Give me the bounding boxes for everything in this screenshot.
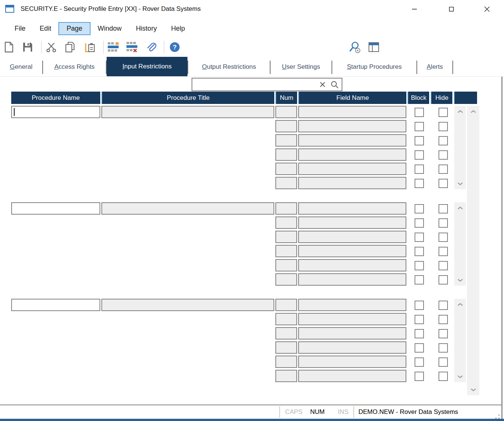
hide-checkbox[interactable] [439, 136, 448, 145]
tab-input-restrictions[interactable]: Input Restrictions [107, 57, 187, 76]
hide-checkbox[interactable] [439, 150, 448, 160]
text-cursor [14, 108, 15, 116]
paste-icon [84, 42, 96, 53]
hide-checkbox[interactable] [439, 122, 448, 131]
scroll-down-icon[interactable] [454, 275, 466, 285]
page-scrollbar[interactable] [467, 106, 479, 395]
hide-checkbox[interactable] [439, 372, 448, 381]
tab-general[interactable]: General [0, 58, 42, 76]
procedure-name-input[interactable] [11, 202, 100, 215]
field-name-field [298, 177, 406, 189]
block-checkbox[interactable] [415, 275, 424, 285]
menu-edit[interactable]: Edit [33, 22, 58, 35]
toolbar-separator [103, 41, 104, 53]
block-checkbox[interactable] [415, 165, 424, 174]
group-scrollbar[interactable] [454, 299, 466, 382]
menu-history[interactable]: History [129, 22, 164, 35]
scroll-up-icon[interactable] [454, 203, 466, 213]
menu-file[interactable]: File [7, 22, 33, 35]
block-checkbox[interactable] [415, 150, 424, 160]
hide-checkbox[interactable] [439, 343, 448, 353]
find-record-button[interactable] [347, 37, 362, 57]
scroll-up-icon[interactable] [454, 107, 466, 116]
hide-checkbox[interactable] [439, 179, 448, 188]
tab-output-restrictions[interactable]: Output Restrictions [188, 58, 270, 76]
window-bottom-border [0, 419, 504, 421]
num-field [275, 313, 297, 325]
minimize-icon [412, 9, 417, 10]
hide-checkbox[interactable] [439, 218, 448, 228]
statusbar-separator [280, 406, 280, 418]
block-checkbox[interactable] [415, 329, 424, 338]
tab-alerts[interactable]: Alerts [417, 58, 452, 76]
block-checkbox[interactable] [415, 218, 424, 228]
caps-indicator: CAPS [285, 405, 302, 419]
menu-page[interactable]: Page [58, 22, 91, 35]
block-checkbox[interactable] [415, 247, 424, 256]
hide-checkbox[interactable] [439, 204, 448, 213]
scroll-down-icon[interactable] [467, 385, 479, 394]
block-checkbox[interactable] [415, 122, 424, 131]
insert-row-button[interactable] [107, 37, 120, 57]
save-icon [22, 42, 33, 52]
split-layout-button[interactable] [367, 37, 380, 57]
group-scrollbar[interactable] [454, 202, 466, 286]
minimize-button[interactable] [406, 0, 423, 18]
maximize-button[interactable] [443, 0, 460, 18]
menu-help[interactable]: Help [164, 22, 192, 35]
tab-access-rights[interactable]: Access Rights [43, 58, 106, 76]
attachment-button[interactable] [145, 37, 158, 57]
hide-checkbox[interactable] [439, 315, 448, 324]
procedure-name-input[interactable] [11, 299, 100, 311]
num-field [275, 259, 297, 271]
hide-checkbox[interactable] [439, 247, 448, 256]
menu-bar: File Edit Page Window History Help [0, 19, 504, 37]
procedure-title-field [101, 202, 274, 215]
block-checkbox[interactable] [415, 136, 424, 145]
hide-checkbox[interactable] [439, 233, 448, 242]
tab-user-settings[interactable]: User Settings [271, 58, 332, 76]
save-button[interactable] [22, 37, 34, 57]
menu-window[interactable]: Window [91, 22, 129, 35]
scroll-up-icon[interactable] [467, 107, 479, 116]
hide-checkbox[interactable] [439, 275, 448, 285]
header-hide: Hide [431, 92, 452, 104]
paste-button[interactable] [83, 37, 97, 57]
search-input[interactable] [194, 79, 317, 90]
procedure-name-input[interactable] [11, 106, 100, 118]
resize-grip[interactable] [498, 415, 500, 416]
block-checkbox[interactable] [415, 315, 424, 324]
group-scrollbar[interactable] [454, 106, 466, 189]
field-name-field [298, 370, 406, 382]
block-checkbox[interactable] [415, 261, 424, 270]
search-icon[interactable] [331, 79, 339, 90]
copy-button[interactable] [64, 37, 76, 57]
hide-checkbox[interactable] [439, 108, 448, 117]
insert-row-icon [108, 42, 119, 52]
hide-checkbox[interactable] [439, 329, 448, 338]
clear-search-icon[interactable] [320, 79, 325, 90]
scroll-up-icon[interactable] [454, 299, 466, 309]
delete-row-button[interactable] [126, 37, 138, 57]
scroll-down-icon[interactable] [454, 372, 466, 381]
block-checkbox[interactable] [415, 179, 424, 188]
block-checkbox[interactable] [415, 301, 424, 310]
hide-checkbox[interactable] [439, 301, 448, 310]
block-checkbox[interactable] [415, 233, 424, 242]
hide-checkbox[interactable] [439, 357, 448, 367]
help-button[interactable]: ? [168, 37, 181, 57]
scroll-down-icon[interactable] [454, 179, 466, 188]
block-checkbox[interactable] [415, 343, 424, 353]
cut-button[interactable] [45, 37, 58, 57]
hide-checkbox[interactable] [439, 261, 448, 270]
hide-checkbox[interactable] [439, 165, 448, 174]
new-document-icon [4, 42, 14, 53]
block-checkbox[interactable] [415, 357, 424, 367]
block-checkbox[interactable] [415, 108, 424, 117]
close-button[interactable] [478, 0, 495, 18]
tab-startup-procedures[interactable]: Startup Procedures [332, 58, 416, 76]
block-checkbox[interactable] [415, 372, 424, 381]
new-document-button[interactable] [3, 37, 15, 57]
num-field [275, 370, 297, 382]
block-checkbox[interactable] [415, 204, 424, 213]
